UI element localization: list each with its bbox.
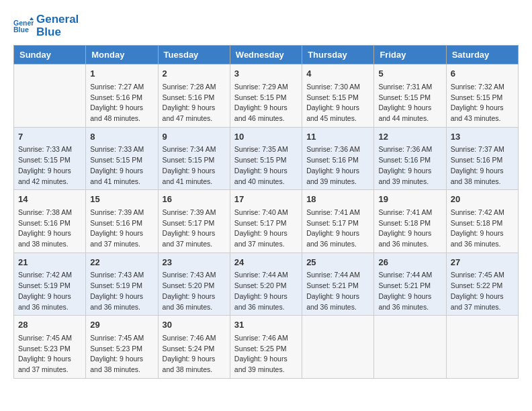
day-number: 20	[451, 193, 514, 206]
logo: General Blue General Blue	[13, 13, 79, 38]
day-number: 3	[234, 67, 298, 81]
day-cell: 30Sunrise: 7:46 AMSunset: 5:24 PMDayligh…	[158, 316, 230, 379]
day-cell: 19Sunrise: 7:41 AMSunset: 5:18 PMDayligh…	[374, 190, 446, 253]
day-number: 8	[90, 130, 153, 144]
day-number: 12	[378, 130, 441, 144]
col-header-monday: Monday	[86, 46, 158, 64]
day-cell	[374, 316, 446, 379]
day-number: 11	[306, 130, 369, 144]
day-info: Sunrise: 7:43 AMSunset: 5:19 PMDaylight:…	[90, 270, 153, 312]
day-cell: 18Sunrise: 7:41 AMSunset: 5:17 PMDayligh…	[302, 190, 374, 253]
header-row: SundayMondayTuesdayWednesdayThursdayFrid…	[14, 46, 519, 64]
day-cell: 8Sunrise: 7:33 AMSunset: 5:15 PMDaylight…	[86, 127, 158, 190]
logo-line2: Blue	[36, 26, 79, 39]
day-info: Sunrise: 7:34 AMSunset: 5:15 PMDaylight:…	[163, 144, 226, 187]
day-number: 16	[163, 193, 226, 206]
day-cell: 15Sunrise: 7:39 AMSunset: 5:16 PMDayligh…	[86, 190, 158, 253]
day-cell	[14, 64, 86, 128]
day-info: Sunrise: 7:28 AMSunset: 5:16 PMDaylight:…	[163, 82, 226, 124]
day-cell: 3Sunrise: 7:29 AMSunset: 5:15 PMDaylight…	[230, 64, 302, 128]
day-cell: 7Sunrise: 7:33 AMSunset: 5:15 PMDaylight…	[14, 127, 86, 190]
day-cell: 14Sunrise: 7:38 AMSunset: 5:16 PMDayligh…	[14, 190, 86, 253]
day-cell: 25Sunrise: 7:44 AMSunset: 5:21 PMDayligh…	[302, 253, 374, 316]
day-cell: 31Sunrise: 7:46 AMSunset: 5:25 PMDayligh…	[230, 316, 302, 379]
day-number: 18	[306, 193, 369, 206]
day-info: Sunrise: 7:33 AMSunset: 5:15 PMDaylight:…	[18, 144, 81, 187]
logo-icon: General Blue	[13, 16, 34, 36]
day-info: Sunrise: 7:40 AMSunset: 5:17 PMDaylight:…	[234, 208, 298, 250]
day-cell: 16Sunrise: 7:39 AMSunset: 5:17 PMDayligh…	[158, 190, 230, 253]
day-cell	[302, 316, 374, 379]
day-info: Sunrise: 7:36 AMSunset: 5:16 PMDaylight:…	[306, 144, 369, 187]
day-info: Sunrise: 7:43 AMSunset: 5:20 PMDaylight:…	[163, 270, 226, 312]
day-cell: 21Sunrise: 7:42 AMSunset: 5:19 PMDayligh…	[14, 253, 86, 316]
day-info: Sunrise: 7:44 AMSunset: 5:21 PMDaylight:…	[378, 270, 441, 312]
day-number: 29	[90, 318, 153, 332]
day-info: Sunrise: 7:45 AMSunset: 5:22 PMDaylight:…	[451, 270, 514, 312]
day-info: Sunrise: 7:41 AMSunset: 5:18 PMDaylight:…	[378, 208, 441, 250]
day-info: Sunrise: 7:37 AMSunset: 5:16 PMDaylight:…	[451, 144, 514, 187]
day-info: Sunrise: 7:45 AMSunset: 5:23 PMDaylight:…	[90, 333, 153, 375]
week-row-2: 7Sunrise: 7:33 AMSunset: 5:15 PMDaylight…	[14, 127, 519, 190]
day-info: Sunrise: 7:46 AMSunset: 5:24 PMDaylight:…	[163, 333, 226, 375]
day-info: Sunrise: 7:32 AMSunset: 5:15 PMDaylight:…	[451, 82, 514, 124]
day-cell: 12Sunrise: 7:36 AMSunset: 5:16 PMDayligh…	[374, 127, 446, 190]
day-number: 9	[163, 130, 226, 144]
day-number: 6	[451, 67, 514, 81]
day-info: Sunrise: 7:42 AMSunset: 5:18 PMDaylight:…	[451, 208, 514, 250]
day-info: Sunrise: 7:44 AMSunset: 5:20 PMDaylight:…	[234, 270, 298, 312]
day-cell: 26Sunrise: 7:44 AMSunset: 5:21 PMDayligh…	[374, 253, 446, 316]
day-number: 7	[18, 130, 81, 144]
col-header-wednesday: Wednesday	[230, 46, 302, 64]
day-number: 17	[234, 193, 298, 206]
day-cell: 11Sunrise: 7:36 AMSunset: 5:16 PMDayligh…	[302, 127, 374, 190]
day-number: 10	[234, 130, 298, 144]
day-info: Sunrise: 7:30 AMSunset: 5:15 PMDaylight:…	[306, 82, 369, 124]
col-header-saturday: Saturday	[446, 46, 518, 64]
day-number: 2	[163, 67, 226, 81]
day-cell: 29Sunrise: 7:45 AMSunset: 5:23 PMDayligh…	[86, 316, 158, 379]
day-cell: 24Sunrise: 7:44 AMSunset: 5:20 PMDayligh…	[230, 253, 302, 316]
day-info: Sunrise: 7:42 AMSunset: 5:19 PMDaylight:…	[18, 270, 81, 312]
day-cell	[446, 316, 518, 379]
day-cell: 9Sunrise: 7:34 AMSunset: 5:15 PMDaylight…	[158, 127, 230, 190]
day-cell: 27Sunrise: 7:45 AMSunset: 5:22 PMDayligh…	[446, 253, 518, 316]
svg-text:Blue: Blue	[13, 26, 29, 34]
day-number: 24	[234, 256, 298, 269]
day-info: Sunrise: 7:27 AMSunset: 5:16 PMDaylight:…	[90, 82, 153, 124]
day-cell: 5Sunrise: 7:31 AMSunset: 5:15 PMDaylight…	[374, 64, 446, 128]
day-number: 26	[378, 256, 441, 269]
day-cell: 17Sunrise: 7:40 AMSunset: 5:17 PMDayligh…	[230, 190, 302, 253]
week-row-1: 1Sunrise: 7:27 AMSunset: 5:16 PMDaylight…	[14, 64, 519, 128]
col-header-tuesday: Tuesday	[158, 46, 230, 64]
day-number: 28	[18, 318, 81, 332]
col-header-sunday: Sunday	[14, 46, 86, 64]
week-row-3: 14Sunrise: 7:38 AMSunset: 5:16 PMDayligh…	[14, 190, 519, 253]
day-cell: 1Sunrise: 7:27 AMSunset: 5:16 PMDaylight…	[86, 64, 158, 128]
day-cell: 13Sunrise: 7:37 AMSunset: 5:16 PMDayligh…	[446, 127, 518, 190]
day-info: Sunrise: 7:39 AMSunset: 5:17 PMDaylight:…	[163, 208, 226, 250]
calendar-table: SundayMondayTuesdayWednesdayThursdayFrid…	[13, 45, 519, 379]
day-number: 13	[451, 130, 514, 144]
day-number: 22	[90, 256, 153, 269]
page-header: General Blue General Blue	[13, 13, 519, 38]
day-info: Sunrise: 7:31 AMSunset: 5:15 PMDaylight:…	[378, 82, 441, 124]
day-info: Sunrise: 7:29 AMSunset: 5:15 PMDaylight:…	[234, 82, 298, 124]
day-info: Sunrise: 7:46 AMSunset: 5:25 PMDaylight:…	[234, 333, 298, 375]
day-info: Sunrise: 7:41 AMSunset: 5:17 PMDaylight:…	[306, 208, 369, 250]
day-number: 21	[18, 256, 81, 269]
week-row-4: 21Sunrise: 7:42 AMSunset: 5:19 PMDayligh…	[14, 253, 519, 316]
day-cell: 28Sunrise: 7:45 AMSunset: 5:23 PMDayligh…	[14, 316, 86, 379]
day-number: 14	[18, 193, 81, 206]
day-number: 4	[306, 67, 369, 81]
logo-line1: General	[36, 13, 79, 26]
day-cell: 4Sunrise: 7:30 AMSunset: 5:15 PMDaylight…	[302, 64, 374, 128]
week-row-5: 28Sunrise: 7:45 AMSunset: 5:23 PMDayligh…	[14, 316, 519, 379]
day-info: Sunrise: 7:44 AMSunset: 5:21 PMDaylight:…	[306, 270, 369, 312]
day-cell: 10Sunrise: 7:35 AMSunset: 5:15 PMDayligh…	[230, 127, 302, 190]
day-cell: 2Sunrise: 7:28 AMSunset: 5:16 PMDaylight…	[158, 64, 230, 128]
day-cell: 6Sunrise: 7:32 AMSunset: 5:15 PMDaylight…	[446, 64, 518, 128]
day-number: 1	[90, 67, 153, 81]
day-number: 5	[378, 67, 441, 81]
day-cell: 20Sunrise: 7:42 AMSunset: 5:18 PMDayligh…	[446, 190, 518, 253]
